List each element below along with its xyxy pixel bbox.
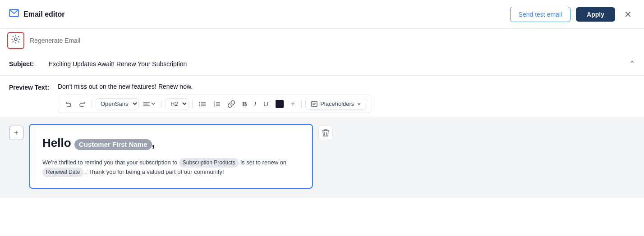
email-icon	[9, 9, 19, 19]
add-block-button[interactable]: +	[9, 126, 23, 140]
svg-point-9	[199, 105, 200, 106]
ordered-list-button[interactable]: 1.2.3.	[211, 99, 223, 109]
unordered-list-button[interactable]	[196, 99, 209, 109]
svg-point-1	[14, 38, 17, 41]
bold-button[interactable]: B	[239, 98, 250, 109]
close-button[interactable]: ✕	[621, 7, 635, 22]
settings-bar	[0, 29, 644, 52]
svg-point-7	[199, 103, 200, 104]
undo-button[interactable]	[63, 99, 74, 109]
more-button[interactable]: +	[288, 98, 298, 110]
hello-text: Hello	[42, 136, 71, 150]
redo-button[interactable]	[76, 99, 88, 109]
svg-point-5	[199, 101, 200, 102]
svg-text:3.: 3.	[214, 104, 216, 107]
settings-icon-button[interactable]	[7, 32, 24, 49]
preview-row: Preview Text: Don't miss out on the new …	[0, 76, 644, 117]
chevron-up-icon[interactable]: ⌃	[629, 59, 635, 68]
customer-first-name-chip: Customer First Name	[74, 139, 152, 150]
link-button[interactable]	[225, 99, 238, 109]
divider-4	[301, 100, 302, 109]
email-body-text: We're thrilled to remind you that your s…	[42, 158, 299, 177]
preview-text-value: Don't miss out on the new features! Rene…	[58, 83, 635, 90]
delete-block-button[interactable]	[318, 126, 333, 140]
placeholders-button[interactable]: Placeholders	[305, 98, 367, 110]
preview-text-label: Preview Text:	[9, 83, 54, 91]
body-start-text: We're thrilled to remind you that your s…	[42, 159, 177, 166]
body-end-text: . Thank you for being a valued part of o…	[85, 168, 224, 175]
header-left: Email editor	[9, 9, 65, 19]
divider-3	[192, 100, 193, 109]
email-heading: Hello Customer First Name,	[42, 136, 299, 151]
renewal-date-chip: Renewal Date	[42, 168, 83, 177]
gear-icon	[11, 35, 20, 46]
comma-text: ,	[152, 136, 155, 150]
editor-area: + Hello Customer First Name, We're thril…	[0, 117, 644, 198]
subject-label: Subject:	[9, 60, 45, 68]
formatting-toolbar: OpenSans Arial Georgia H2 H1 H3 1.2.3.	[58, 95, 372, 113]
page-title: Email editor	[23, 10, 65, 18]
header: Email editor Send test email Apply ✕	[0, 0, 644, 29]
preview-content: Don't miss out on the new features! Rene…	[58, 83, 635, 113]
italic-button[interactable]: I	[252, 98, 259, 109]
send-test-email-button[interactable]: Send test email	[510, 7, 571, 22]
color-swatch	[276, 100, 284, 108]
apply-button[interactable]: Apply	[576, 7, 615, 22]
color-button[interactable]	[273, 98, 286, 110]
regenerate-input[interactable]	[30, 37, 637, 44]
divider-2	[161, 100, 162, 109]
subject-value: Exciting Updates Await! Renew Your Subsc…	[49, 60, 629, 68]
underline-button[interactable]: U	[261, 98, 271, 109]
align-button[interactable]	[141, 100, 158, 109]
body-mid-text: is set to renew on	[240, 159, 286, 166]
font-family-select[interactable]: OpenSans Arial Georgia	[96, 98, 139, 109]
header-right: Send test email Apply ✕	[510, 7, 635, 22]
divider-1	[92, 100, 92, 109]
email-content-block[interactable]: Hello Customer First Name, We're thrille…	[29, 124, 313, 189]
subject-row: Subject: Exciting Updates Await! Renew Y…	[0, 52, 644, 76]
placeholders-label: Placeholders	[320, 100, 354, 107]
heading-select[interactable]: H2 H1 H3	[166, 98, 189, 109]
svg-rect-17	[312, 101, 317, 107]
subscription-products-chip: Subscription Products	[179, 158, 239, 168]
